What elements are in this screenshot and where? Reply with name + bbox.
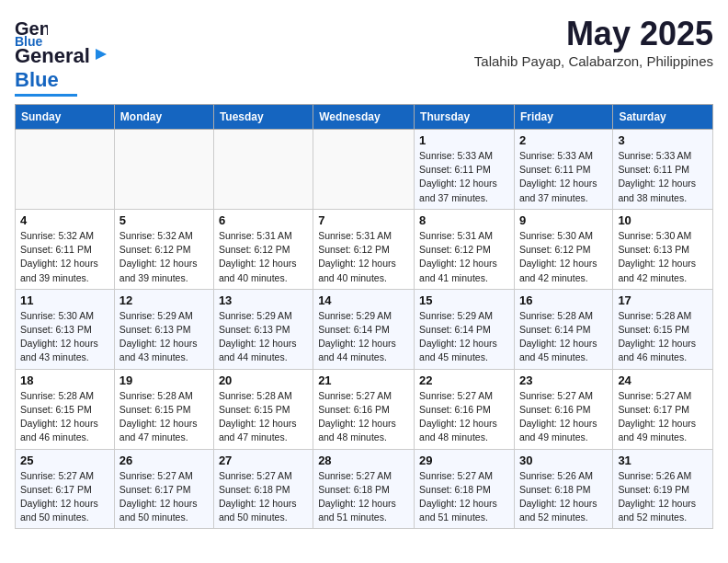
- month-title: May 2025: [474, 15, 713, 53]
- day-number: 21: [318, 373, 409, 387]
- day-number: 6: [219, 213, 308, 227]
- calendar-cell: 8Sunrise: 5:31 AMSunset: 6:12 PMDaylight…: [415, 209, 515, 289]
- calendar-cell: 3Sunrise: 5:33 AMSunset: 6:11 PMDaylight…: [613, 130, 713, 210]
- day-info: Sunrise: 5:33 AMSunset: 6:11 PMDaylight:…: [419, 149, 509, 205]
- calendar-cell: 15Sunrise: 5:29 AMSunset: 6:14 PMDayligh…: [415, 289, 515, 369]
- calendar-cell: [313, 130, 415, 210]
- calendar-cell: 9Sunrise: 5:30 AMSunset: 6:12 PMDaylight…: [514, 209, 612, 289]
- logo-icon: General Blue: [15, 15, 48, 48]
- weekday-header-tuesday: Tuesday: [213, 105, 313, 130]
- day-number: 25: [20, 454, 109, 467]
- calendar-cell: 21Sunrise: 5:27 AMSunset: 6:16 PMDayligh…: [313, 369, 415, 449]
- calendar-cell: 18Sunrise: 5:28 AMSunset: 6:15 PMDayligh…: [16, 369, 115, 449]
- calendar-cell: 20Sunrise: 5:28 AMSunset: 6:15 PMDayligh…: [213, 369, 313, 449]
- day-number: 29: [419, 454, 509, 467]
- day-number: 13: [219, 293, 308, 307]
- day-info: Sunrise: 5:29 AMSunset: 6:13 PMDaylight:…: [119, 309, 209, 365]
- calendar-cell: 22Sunrise: 5:27 AMSunset: 6:16 PMDayligh…: [415, 369, 515, 449]
- day-number: 4: [20, 213, 109, 227]
- day-number: 7: [318, 213, 409, 227]
- day-info: Sunrise: 5:31 AMSunset: 6:12 PMDaylight:…: [419, 229, 509, 285]
- day-number: 5: [119, 213, 209, 227]
- day-number: 19: [119, 373, 209, 387]
- calendar-cell: 30Sunrise: 5:26 AMSunset: 6:18 PMDayligh…: [514, 449, 612, 529]
- day-info: Sunrise: 5:28 AMSunset: 6:15 PMDaylight:…: [20, 389, 109, 445]
- day-info: Sunrise: 5:30 AMSunset: 6:13 PMDaylight:…: [20, 309, 109, 365]
- day-info: Sunrise: 5:27 AMSunset: 6:16 PMDaylight:…: [419, 389, 509, 445]
- day-info: Sunrise: 5:31 AMSunset: 6:12 PMDaylight:…: [318, 229, 409, 285]
- day-info: Sunrise: 5:29 AMSunset: 6:13 PMDaylight:…: [219, 309, 308, 365]
- weekday-header-sunday: Sunday: [16, 105, 115, 130]
- calendar-cell: 11Sunrise: 5:30 AMSunset: 6:13 PMDayligh…: [16, 289, 115, 369]
- day-info: Sunrise: 5:27 AMSunset: 6:17 PMDaylight:…: [20, 469, 109, 525]
- weekday-header-saturday: Saturday: [613, 105, 713, 130]
- calendar-week-row: 18Sunrise: 5:28 AMSunset: 6:15 PMDayligh…: [16, 369, 713, 449]
- day-info: Sunrise: 5:30 AMSunset: 6:12 PMDaylight:…: [519, 229, 608, 285]
- day-info: Sunrise: 5:27 AMSunset: 6:17 PMDaylight:…: [618, 389, 708, 445]
- day-number: 9: [519, 213, 608, 227]
- logo-underline: [15, 94, 77, 97]
- calendar-cell: 17Sunrise: 5:28 AMSunset: 6:15 PMDayligh…: [613, 289, 713, 369]
- day-info: Sunrise: 5:32 AMSunset: 6:12 PMDaylight:…: [119, 229, 209, 285]
- day-info: Sunrise: 5:26 AMSunset: 6:18 PMDaylight:…: [519, 469, 608, 525]
- calendar-cell: 19Sunrise: 5:28 AMSunset: 6:15 PMDayligh…: [114, 369, 213, 449]
- day-info: Sunrise: 5:27 AMSunset: 6:17 PMDaylight:…: [119, 469, 209, 525]
- day-number: 20: [219, 373, 308, 387]
- logo-arrow-icon: [92, 45, 110, 63]
- calendar-week-row: 11Sunrise: 5:30 AMSunset: 6:13 PMDayligh…: [16, 289, 713, 369]
- calendar-cell: 28Sunrise: 5:27 AMSunset: 6:18 PMDayligh…: [313, 449, 415, 529]
- day-number: 2: [519, 133, 608, 147]
- day-info: Sunrise: 5:32 AMSunset: 6:11 PMDaylight:…: [20, 229, 109, 285]
- calendar-cell: [213, 130, 313, 210]
- day-info: Sunrise: 5:33 AMSunset: 6:11 PMDaylight:…: [618, 149, 708, 205]
- calendar-cell: [114, 130, 213, 210]
- day-number: 15: [419, 293, 509, 307]
- weekday-header-thursday: Thursday: [415, 105, 515, 130]
- day-info: Sunrise: 5:27 AMSunset: 6:18 PMDaylight:…: [219, 469, 308, 525]
- calendar-cell: 27Sunrise: 5:27 AMSunset: 6:18 PMDayligh…: [213, 449, 313, 529]
- day-number: 30: [519, 454, 608, 467]
- calendar-cell: 4Sunrise: 5:32 AMSunset: 6:11 PMDaylight…: [16, 209, 115, 289]
- calendar-cell: 6Sunrise: 5:31 AMSunset: 6:12 PMDaylight…: [213, 209, 313, 289]
- logo-blue-text: Blue: [15, 68, 59, 92]
- location-subtitle: Talahib Payap, Calabarzon, Philippines: [474, 53, 713, 69]
- day-number: 16: [519, 293, 608, 307]
- day-number: 10: [618, 213, 708, 227]
- calendar-cell: [16, 130, 115, 210]
- day-number: 22: [419, 373, 509, 387]
- calendar-cell: 23Sunrise: 5:27 AMSunset: 6:16 PMDayligh…: [514, 369, 612, 449]
- day-info: Sunrise: 5:27 AMSunset: 6:16 PMDaylight:…: [519, 389, 608, 445]
- weekday-header-row: SundayMondayTuesdayWednesdayThursdayFrid…: [16, 105, 713, 130]
- day-info: Sunrise: 5:33 AMSunset: 6:11 PMDaylight:…: [519, 149, 608, 205]
- day-number: 8: [419, 213, 509, 227]
- day-number: 28: [318, 454, 409, 467]
- day-info: Sunrise: 5:31 AMSunset: 6:12 PMDaylight:…: [219, 229, 308, 285]
- weekday-header-wednesday: Wednesday: [313, 105, 415, 130]
- day-number: 27: [219, 454, 308, 467]
- calendar-cell: 29Sunrise: 5:27 AMSunset: 6:18 PMDayligh…: [415, 449, 515, 529]
- day-number: 18: [20, 373, 109, 387]
- day-info: Sunrise: 5:28 AMSunset: 6:14 PMDaylight:…: [519, 309, 608, 365]
- day-number: 24: [618, 373, 708, 387]
- day-info: Sunrise: 5:26 AMSunset: 6:19 PMDaylight:…: [618, 469, 708, 525]
- calendar-cell: 14Sunrise: 5:29 AMSunset: 6:14 PMDayligh…: [313, 289, 415, 369]
- day-number: 11: [20, 293, 109, 307]
- calendar-cell: 24Sunrise: 5:27 AMSunset: 6:17 PMDayligh…: [613, 369, 713, 449]
- weekday-header-monday: Monday: [114, 105, 213, 130]
- logo-general-text: General: [15, 44, 90, 68]
- header: General Blue General Blue May 2025 Talah…: [15, 15, 713, 97]
- calendar-cell: 25Sunrise: 5:27 AMSunset: 6:17 PMDayligh…: [16, 449, 115, 529]
- day-info: Sunrise: 5:27 AMSunset: 6:16 PMDaylight:…: [318, 389, 409, 445]
- day-number: 17: [618, 293, 708, 307]
- day-number: 31: [618, 454, 708, 467]
- calendar-cell: 5Sunrise: 5:32 AMSunset: 6:12 PMDaylight…: [114, 209, 213, 289]
- calendar-week-row: 25Sunrise: 5:27 AMSunset: 6:17 PMDayligh…: [16, 449, 713, 529]
- calendar-cell: 7Sunrise: 5:31 AMSunset: 6:12 PMDaylight…: [313, 209, 415, 289]
- weekday-header-friday: Friday: [514, 105, 612, 130]
- calendar-week-row: 4Sunrise: 5:32 AMSunset: 6:11 PMDaylight…: [16, 209, 713, 289]
- day-info: Sunrise: 5:27 AMSunset: 6:18 PMDaylight:…: [318, 469, 409, 525]
- logo: General Blue General Blue: [15, 15, 110, 97]
- calendar-cell: 10Sunrise: 5:30 AMSunset: 6:13 PMDayligh…: [613, 209, 713, 289]
- day-info: Sunrise: 5:29 AMSunset: 6:14 PMDaylight:…: [318, 309, 409, 365]
- day-info: Sunrise: 5:29 AMSunset: 6:14 PMDaylight:…: [419, 309, 509, 365]
